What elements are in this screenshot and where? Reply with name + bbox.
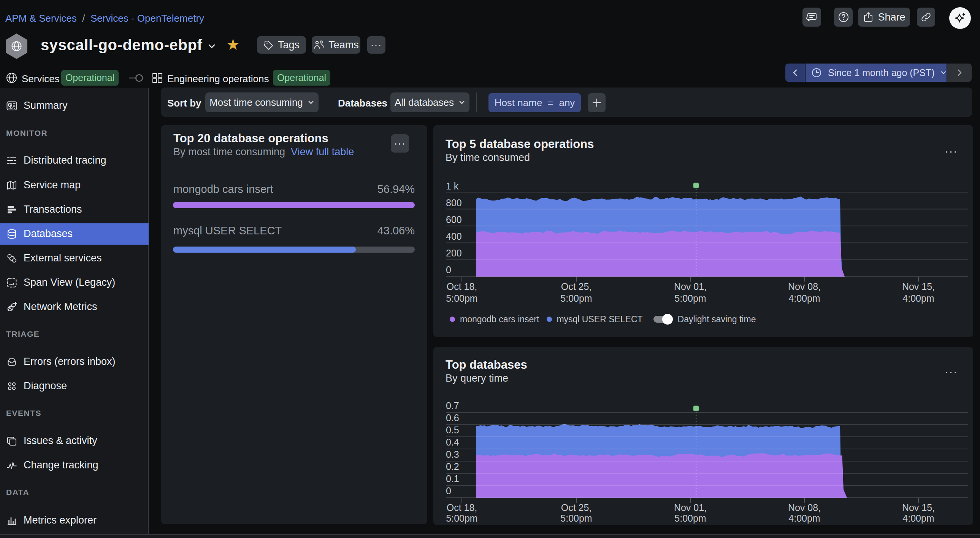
- svg-text:Oct 25,: Oct 25,: [561, 502, 592, 513]
- svg-text:5:00pm: 5:00pm: [675, 513, 706, 524]
- svg-text:0: 0: [446, 265, 451, 275]
- svg-text:0: 0: [446, 485, 451, 496]
- svg-text:Oct 18,: Oct 18,: [447, 281, 477, 292]
- svg-text:0.4: 0.4: [446, 437, 459, 447]
- svg-text:Nov 08,: Nov 08,: [788, 502, 821, 513]
- svg-text:800: 800: [446, 198, 462, 208]
- svg-text:1 k: 1 k: [446, 181, 459, 192]
- svg-text:400: 400: [446, 231, 462, 242]
- svg-text:4:00pm: 4:00pm: [902, 293, 934, 303]
- svg-text:0.2: 0.2: [446, 461, 459, 472]
- svg-text:Nov 08,: Nov 08,: [788, 281, 821, 292]
- svg-text:5:00pm: 5:00pm: [446, 293, 477, 303]
- svg-text:Oct 25,: Oct 25,: [561, 281, 592, 292]
- svg-text:0.6: 0.6: [446, 412, 459, 423]
- svg-text:0.1: 0.1: [446, 473, 459, 484]
- svg-text:4:00pm: 4:00pm: [788, 513, 820, 524]
- svg-text:Nov 15,: Nov 15,: [902, 502, 935, 513]
- svg-text:Nov 15,: Nov 15,: [902, 281, 935, 292]
- svg-text:4:00pm: 4:00pm: [788, 293, 820, 303]
- svg-text:Oct 18,: Oct 18,: [447, 502, 477, 513]
- svg-text:5:00pm: 5:00pm: [560, 513, 592, 524]
- svg-text:0.7: 0.7: [446, 400, 459, 411]
- svg-text:600: 600: [446, 214, 462, 225]
- svg-text:200: 200: [446, 248, 462, 259]
- svg-text:4:00pm: 4:00pm: [902, 513, 934, 524]
- svg-text:0.5: 0.5: [446, 425, 459, 435]
- svg-text:Nov 01,: Nov 01,: [674, 502, 707, 513]
- svg-text:Nov 01,: Nov 01,: [674, 281, 707, 292]
- svg-text:5:00pm: 5:00pm: [446, 513, 477, 524]
- svg-text:5:00pm: 5:00pm: [560, 293, 592, 303]
- svg-text:0.3: 0.3: [446, 449, 459, 460]
- svg-text:5:00pm: 5:00pm: [675, 293, 706, 303]
